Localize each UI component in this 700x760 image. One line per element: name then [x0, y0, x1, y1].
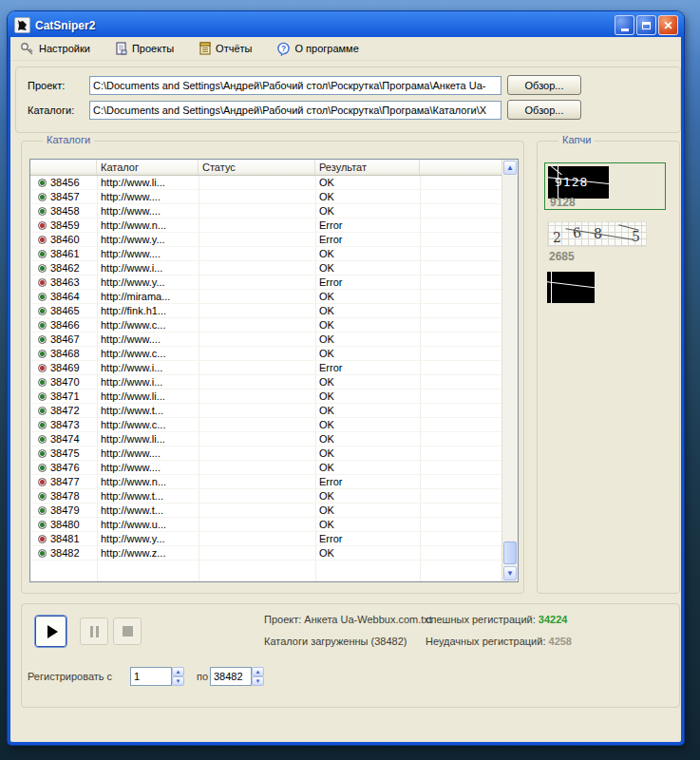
row-result: Error — [315, 233, 420, 246]
spin-down-icon[interactable]: ▼ — [252, 676, 264, 686]
column-header-icon[interactable] — [30, 160, 97, 175]
row-id: 38473 — [50, 418, 80, 431]
table-row[interactable]: 38469 http://www.i... Error — [30, 361, 501, 375]
table-row[interactable]: 38461 http://www.... OK — [30, 247, 501, 261]
row-result: OK — [315, 489, 420, 503]
table-row[interactable]: 38480 http://www.u... OK — [30, 518, 501, 532]
table-row[interactable]: 38471 http://www.li... OK — [30, 390, 501, 404]
minimize-button[interactable] — [615, 15, 634, 35]
titlebar[interactable]: CatSniper2 ✕ — [10, 11, 681, 37]
close-button[interactable]: ✕ — [658, 15, 678, 35]
row-extra — [420, 204, 501, 218]
table-row[interactable]: 38470 http://www.i... OK — [30, 375, 501, 390]
table-row[interactable]: 38482 http://www.z... OK — [30, 546, 501, 560]
project-browse-button[interactable]: Обзор... — [507, 75, 581, 95]
table-row[interactable]: 38456 http://www.li... OK — [30, 176, 501, 190]
table-row[interactable]: 38481 http://www.y... Error — [30, 532, 501, 546]
table-row[interactable]: 38476 http://www.... OK — [30, 461, 501, 475]
scrollbar-thumb[interactable] — [503, 542, 517, 564]
table-row[interactable]: 38464 http://mirama... OK — [30, 290, 501, 304]
row-status — [199, 304, 315, 317]
row-extra — [420, 276, 501, 289]
pause-button[interactable] — [80, 618, 108, 645]
row-extra — [420, 432, 501, 446]
row-url: http://www.t... — [97, 404, 199, 417]
register-from-input[interactable] — [130, 667, 172, 686]
row-status — [199, 475, 315, 488]
scroll-up-icon[interactable]: ▲ — [503, 161, 517, 175]
stop-icon — [123, 626, 133, 636]
catalogs-browse-button[interactable]: Обзор... — [507, 100, 581, 120]
toolbar-item-reports[interactable]: Отчёты — [199, 42, 252, 56]
client-area: Настройки Проекты Отчёты ? О программе — [10, 37, 681, 742]
row-status — [199, 176, 315, 189]
maximize-button[interactable] — [636, 15, 656, 35]
row-id: 38460 — [50, 233, 80, 246]
row-status — [199, 546, 315, 560]
row-extra — [420, 361, 501, 374]
scroll-down-icon[interactable]: ▼ — [503, 566, 517, 580]
row-status — [199, 318, 315, 332]
row-result: Error — [315, 475, 420, 488]
spin-up-icon[interactable]: ▲ — [172, 667, 184, 676]
row-led-icon — [38, 350, 47, 358]
row-result: OK — [315, 176, 420, 189]
table-row[interactable]: 38472 http://www.t... OK — [30, 404, 501, 418]
toolbar-item-settings[interactable]: Настройки — [20, 42, 90, 56]
row-led-icon — [38, 478, 47, 486]
toolbar-item-label: Настройки — [39, 43, 90, 54]
table-row[interactable]: 38478 http://www.t... OK — [30, 489, 501, 504]
table-row[interactable]: 38473 http://www.c... OK — [30, 418, 501, 432]
row-led-icon — [38, 250, 47, 258]
table-row[interactable]: 38463 http://www.y... Error — [30, 276, 501, 290]
column-header-result[interactable]: Результат — [315, 160, 420, 175]
app-icon — [14, 17, 30, 33]
table-row[interactable]: 38465 http://fink.h1... OK — [30, 304, 501, 318]
table-row[interactable]: 38468 http://www.c... OK — [30, 347, 501, 361]
project-path-input[interactable] — [89, 76, 501, 95]
spin-down-icon[interactable]: ▼ — [172, 676, 184, 686]
table-row[interactable]: 38467 http://www.... OK — [30, 332, 501, 347]
vertical-scrollbar[interactable]: ▲ ▼ — [501, 160, 518, 581]
table-row[interactable]: 38458 http://www.... OK — [30, 204, 501, 218]
table-header: Каталог Статус Результат — [30, 160, 501, 176]
row-led-icon — [38, 549, 47, 558]
row-url: http://www.li... — [97, 176, 199, 189]
row-id: 38458 — [50, 204, 80, 218]
toolbar-item-projects[interactable]: Проекты — [115, 42, 174, 56]
catalogs-loaded-stat: Каталоги загруженны (38482) — [264, 636, 407, 647]
table-row[interactable]: 38466 http://www.c... OK — [30, 318, 501, 332]
table-row[interactable]: 38475 http://www.... OK — [30, 446, 501, 461]
start-button[interactable] — [35, 616, 66, 647]
row-led-icon — [38, 392, 47, 401]
row-id: 38481 — [50, 532, 80, 545]
table-row[interactable]: 38460 http://www.y... Error — [30, 233, 501, 247]
row-status — [199, 446, 315, 460]
table-row[interactable]: 38462 http://www.i... OK — [30, 261, 501, 276]
table-row[interactable]: 38479 http://www.t... OK — [30, 504, 501, 518]
row-status — [199, 489, 315, 503]
row-status — [199, 390, 315, 403]
catalogs-path-input[interactable] — [89, 101, 501, 120]
table-row[interactable]: 38457 http://www.... OK — [30, 190, 501, 204]
row-id: 38464 — [50, 290, 80, 303]
toolbar-item-about[interactable]: ? О программе — [276, 42, 358, 56]
register-to-input[interactable] — [210, 667, 252, 686]
stop-button[interactable] — [113, 618, 142, 645]
row-extra — [420, 475, 501, 488]
row-status — [199, 432, 315, 446]
row-extra — [420, 532, 501, 545]
spin-up-icon[interactable]: ▲ — [252, 667, 264, 676]
table-row[interactable]: 38474 http://www.li... OK — [30, 432, 501, 446]
row-status — [199, 332, 315, 346]
maximize-icon — [642, 22, 651, 29]
table-row[interactable]: 38459 http://www.n... Error — [30, 218, 501, 233]
column-header-status[interactable]: Статус — [199, 160, 315, 175]
row-status — [199, 347, 315, 360]
row-url: http://www.c... — [97, 318, 199, 332]
column-header-catalog[interactable]: Каталог — [97, 160, 199, 175]
row-id: 38469 — [50, 361, 80, 374]
table-row[interactable]: 38477 http://www.n... Error — [30, 475, 501, 489]
column-header-extra[interactable] — [420, 160, 501, 175]
row-status — [199, 290, 315, 303]
